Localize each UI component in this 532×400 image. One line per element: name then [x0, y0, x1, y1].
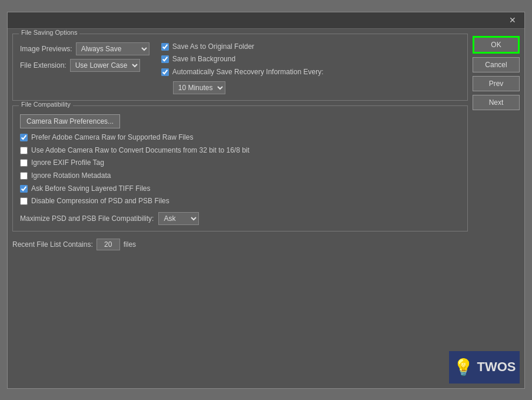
compat-cb-3[interactable] — [20, 172, 28, 180]
file-compat-title: File Compatibility — [19, 101, 73, 108]
file-compat-section: File Compatibility Camera Raw Preference… — [12, 105, 468, 232]
save-as-original-label: Save As to Original Folder — [172, 42, 254, 52]
file-saving-title: File Saving Options — [19, 29, 79, 36]
file-saving-left: Image Previews: Always Save Never Save A… — [20, 42, 149, 95]
recent-files-label: Recent File List Contains: — [12, 240, 93, 249]
close-button[interactable]: ✕ — [506, 14, 520, 26]
auto-save-checkbox[interactable] — [161, 68, 169, 76]
recent-files-input[interactable] — [97, 239, 120, 250]
preferences-dialog: ✕ File Saving Options Image Previews: Al… — [7, 12, 525, 389]
maximize-row: Maximize PSD and PSB File Compatibility:… — [20, 212, 460, 225]
sidebar-buttons: OK Cancel Prev Next — [473, 34, 520, 384]
compat-cb-0[interactable] — [20, 134, 28, 141]
minutes-select[interactable]: 5 Minutes 10 Minutes 15 Minutes 30 Minut… — [173, 81, 225, 94]
compat-checkbox-2: Ignore EXIF Profile Tag — [20, 158, 460, 168]
main-content: File Saving Options Image Previews: Alwa… — [12, 34, 468, 384]
file-saving-content: Image Previews: Always Save Never Save A… — [20, 42, 460, 95]
compat-checkbox-1: Use Adobe Camera Raw to Convert Document… — [20, 146, 460, 156]
file-extension-row: File Extension: Use Lower Case Use Upper… — [20, 59, 149, 72]
compat-label-4: Ask Before Saving Layered TIFF Files — [31, 184, 151, 194]
maximize-label: Maximize PSD and PSB File Compatibility: — [20, 214, 154, 223]
next-button[interactable]: Next — [473, 95, 520, 110]
dialog-body: File Saving Options Image Previews: Alwa… — [8, 29, 524, 388]
minutes-row: 5 Minutes 10 Minutes 15 Minutes 30 Minut… — [173, 81, 324, 94]
compat-cb-5[interactable] — [20, 197, 28, 205]
file-saving-grid: Image Previews: Always Save Never Save A… — [20, 42, 460, 95]
compat-label-3: Ignore Rotation Metadata — [31, 171, 111, 181]
auto-save-row: Automatically Save Recovery Information … — [161, 68, 324, 77]
compat-checkbox-0: Prefer Adobe Camera Raw for Supported Ra… — [20, 133, 460, 143]
save-as-original-checkbox[interactable] — [161, 43, 169, 51]
save-as-original-row: Save As to Original Folder — [161, 42, 324, 52]
file-extension-select[interactable]: Use Lower Case Use Upper Case — [70, 59, 140, 72]
image-previews-select[interactable]: Always Save Never Save Ask When Saving — [76, 42, 149, 55]
auto-save-label: Automatically Save Recovery Information … — [172, 68, 324, 77]
camera-raw-btn[interactable]: Camera Raw Preferences... — [20, 114, 120, 128]
twos-logo: 💡 TWOS — [449, 351, 520, 384]
compat-checkbox-4: Ask Before Saving Layered TIFF Files — [20, 184, 460, 194]
twos-text: TWOS — [477, 359, 516, 375]
compat-checkboxes: Prefer Adobe Camera Raw for Supported Ra… — [20, 133, 460, 206]
compat-label-2: Ignore EXIF Profile Tag — [31, 158, 104, 168]
file-saving-right: Save As to Original Folder Save in Backg… — [161, 42, 324, 95]
save-in-background-label: Save in Background — [172, 55, 235, 64]
title-bar: ✕ — [8, 12, 524, 29]
bulb-icon: 💡 — [453, 358, 474, 377]
compat-cb-2[interactable] — [20, 159, 28, 167]
compat-cb-1[interactable] — [20, 147, 28, 154]
compat-label-1: Use Adobe Camera Raw to Convert Document… — [31, 146, 250, 156]
compat-label-5: Disable Compression of PSD and PSB Files — [31, 197, 169, 206]
ok-button[interactable]: OK — [473, 36, 520, 54]
compat-checkbox-3: Ignore Rotation Metadata — [20, 171, 460, 181]
save-in-background-checkbox[interactable] — [161, 55, 169, 63]
recent-files-row: Recent File List Contains: files — [12, 236, 468, 253]
prev-button[interactable]: Prev — [473, 76, 520, 91]
file-extension-label: File Extension: — [20, 61, 66, 70]
cancel-button[interactable]: Cancel — [473, 57, 520, 72]
image-previews-label: Image Previews: — [20, 45, 72, 53]
file-saving-section: File Saving Options Image Previews: Alwa… — [12, 34, 468, 101]
file-compat-content: Camera Raw Preferences... Prefer Adobe C… — [20, 114, 460, 225]
recent-files-suffix: files — [124, 240, 136, 249]
compat-cb-4[interactable] — [20, 185, 28, 193]
maximize-select[interactable]: Ask Always Never — [158, 212, 199, 225]
image-previews-row: Image Previews: Always Save Never Save A… — [20, 42, 149, 55]
compat-checkbox-5: Disable Compression of PSD and PSB Files — [20, 197, 460, 206]
compat-label-0: Prefer Adobe Camera Raw for Supported Ra… — [31, 133, 193, 143]
save-in-background-row: Save in Background — [161, 55, 324, 64]
